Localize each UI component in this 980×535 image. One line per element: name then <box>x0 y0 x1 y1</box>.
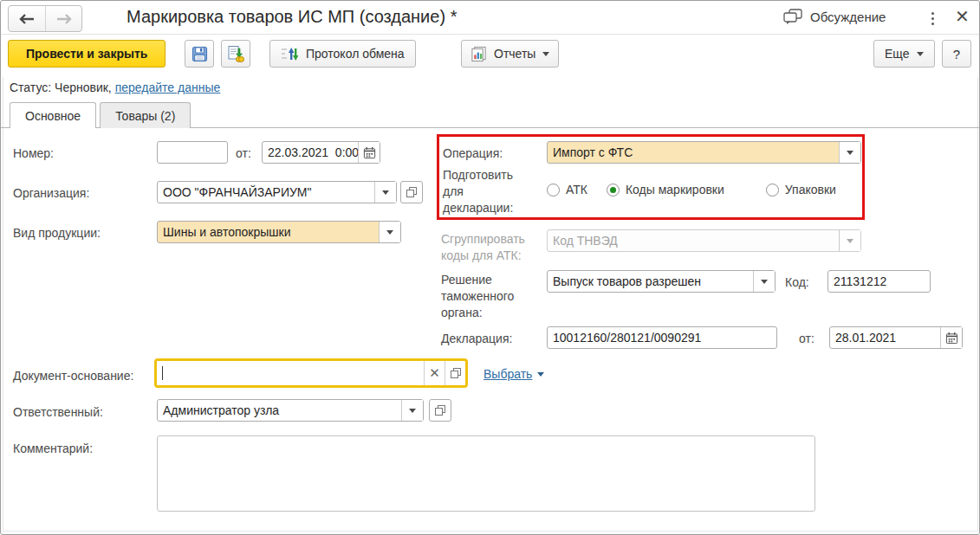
help-icon: ? <box>953 47 960 61</box>
radio-atk-label: АТК <box>566 183 587 197</box>
prepare-for-label: Подготовить для декларации: <box>443 167 526 216</box>
dropdown-arrow-icon <box>382 190 389 195</box>
radio-circle-icon <box>607 184 620 197</box>
choose-link[interactable]: Выбрать <box>484 367 532 381</box>
save-icon <box>191 46 208 62</box>
choose-menu[interactable]: Выбрать <box>484 367 544 381</box>
comment-textarea[interactable] <box>157 435 815 512</box>
operation-select[interactable]: Импорт с ФТС <box>547 141 861 164</box>
exchange-protocol-label: Протокол обмена <box>306 47 405 61</box>
number-label: Номер: <box>13 146 54 160</box>
number-input[interactable] <box>157 141 228 164</box>
dropdown-arrow-icon <box>761 280 768 284</box>
forward-button[interactable] <box>45 6 81 31</box>
responsible-dropdown-button[interactable] <box>401 400 423 421</box>
radio-atk[interactable]: АТК <box>547 183 587 197</box>
status-prefix: Статус: <box>10 81 51 94</box>
post-and-close-button[interactable]: Провести и закрыть <box>8 40 165 68</box>
tab-main[interactable]: Основное <box>10 102 96 128</box>
more-label: Еще <box>885 47 910 61</box>
declaration-date-input[interactable]: 28.01.2021 <box>829 326 963 349</box>
dropdown-arrow-icon <box>917 52 924 56</box>
back-button[interactable] <box>9 6 45 31</box>
declaration-input[interactable]: 10012160/280121/0090291 <box>547 326 777 349</box>
clear-icon: ✕ <box>429 365 440 381</box>
clear-button[interactable]: ✕ <box>424 361 445 385</box>
post-document-icon <box>227 45 244 62</box>
document-date-input[interactable]: 22.03.2021 0:00:00 <box>262 141 380 164</box>
kebab-menu-icon[interactable] <box>930 10 936 27</box>
declaration-label: Декларация: <box>441 332 512 345</box>
responsible-open-button[interactable] <box>429 399 451 422</box>
product-type-select[interactable]: Шины и автопокрышки <box>157 221 401 243</box>
comment-label: Комментарий: <box>13 442 93 455</box>
back-icon <box>18 13 36 25</box>
discussion-icon <box>783 9 802 25</box>
reports-button[interactable]: Отчеты <box>461 40 559 68</box>
radio-packages[interactable]: Упаковки <box>766 183 836 197</box>
page-title: Маркировка товаров ИС МП (создание) * <box>127 7 457 27</box>
dropdown-arrow-icon <box>537 372 544 377</box>
dropdown-arrow-icon <box>542 52 549 56</box>
customs-decision-label: Решение таможенного органа: <box>441 272 538 321</box>
responsible-select[interactable]: Администратор узла <box>157 399 424 422</box>
operation-label: Операция: <box>443 146 503 160</box>
radio-marking-codes[interactable]: Коды маркировки <box>607 183 724 197</box>
customs-decision-select[interactable]: Выпуск товаров разрешен <box>547 270 776 293</box>
calendar-button[interactable] <box>940 327 962 348</box>
status-line: Статус: Черновик, передайте данные <box>10 81 220 94</box>
organization-dropdown-button[interactable] <box>374 182 396 203</box>
product-type-dropdown-button[interactable] <box>379 222 400 242</box>
code-label: Код: <box>785 275 809 289</box>
open-icon <box>406 186 418 198</box>
help-button[interactable]: ? <box>942 40 971 68</box>
send-data-link[interactable]: передайте данные <box>115 81 221 94</box>
calendar-icon <box>363 146 376 159</box>
group-codes-label: Сгруппировать коды для АТК: <box>441 231 548 264</box>
group-codes-dropdown-button <box>839 230 860 251</box>
calendar-button[interactable] <box>358 142 380 163</box>
post-and-close-label: Провести и закрыть <box>26 47 147 61</box>
reports-icon <box>471 46 487 62</box>
base-document-open-button[interactable] <box>445 361 465 385</box>
open-icon <box>434 404 446 416</box>
customs-decision-dropdown-button[interactable] <box>753 271 775 292</box>
reports-label: Отчеты <box>494 47 535 61</box>
organization-open-button[interactable] <box>400 181 423 203</box>
tab-goods[interactable]: Товары (2) <box>100 102 191 128</box>
text-caret <box>162 366 163 380</box>
base-document-input[interactable]: ✕ <box>154 358 468 388</box>
radio-circle-icon <box>547 184 560 197</box>
group-codes-select: Код ТНВЭД <box>547 229 861 252</box>
discussion-label: Обсуждение <box>810 10 886 24</box>
radio-circle-icon <box>766 184 779 197</box>
open-icon <box>450 367 462 379</box>
product-type-label: Вид продукции: <box>13 226 101 240</box>
number-date-label: от: <box>236 146 251 160</box>
organization-select[interactable]: ООО "ФРАНЧАЙЗАРИУМ" <box>157 181 397 203</box>
history-nav <box>8 5 82 32</box>
discussion-button[interactable]: Обсуждение <box>783 9 886 25</box>
operation-dropdown-button[interactable] <box>839 142 860 163</box>
prepare-for-radio-group: АТК Коды маркировки Упаковки <box>547 183 836 197</box>
tab-bar: Основное Товары (2) <box>10 102 194 128</box>
close-icon[interactable]: ✕ <box>955 5 970 28</box>
dropdown-arrow-icon <box>847 239 853 243</box>
exchange-icon <box>281 46 299 62</box>
post-document-button[interactable] <box>221 40 250 68</box>
dropdown-arrow-icon <box>409 409 416 413</box>
responsible-label: Ответственный: <box>13 405 103 419</box>
code-input[interactable]: 21131212 <box>827 270 931 293</box>
exchange-protocol-button[interactable]: Протокол обмена <box>269 40 416 68</box>
organization-label: Организация: <box>13 186 89 200</box>
status-value: Черновик, <box>55 81 112 94</box>
calendar-icon <box>945 332 958 345</box>
save-button[interactable] <box>185 40 214 68</box>
document-window: Маркировка товаров ИС МП (создание) * Об… <box>0 0 980 535</box>
more-button[interactable]: Еще <box>873 40 935 68</box>
dropdown-arrow-icon <box>386 230 393 235</box>
base-document-label: Документ-основание: <box>13 369 133 383</box>
header-divider <box>1 34 979 35</box>
radio-packages-label: Упаковки <box>785 183 836 197</box>
declaration-date-label: от: <box>799 332 815 345</box>
